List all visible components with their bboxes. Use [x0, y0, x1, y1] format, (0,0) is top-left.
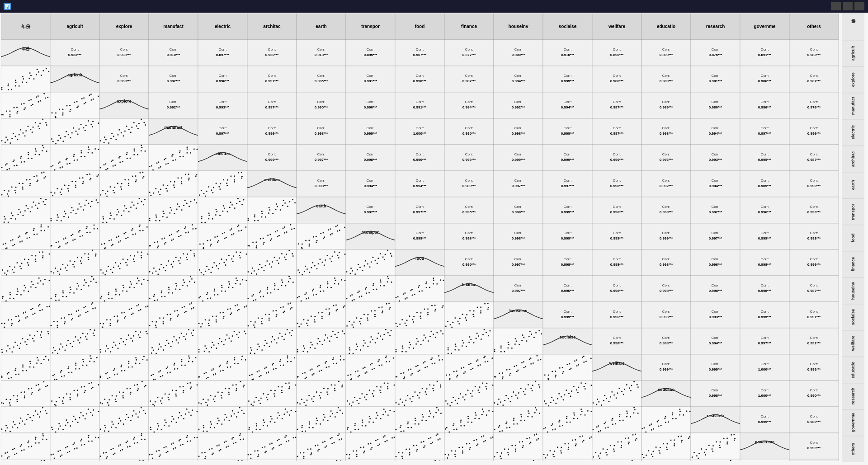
maximize-button[interactable] [843, 2, 853, 10]
app-icon: 📊 [4, 3, 11, 10]
right-label-wellfare: wellfare [842, 330, 864, 356]
right-label-electric: electric [842, 119, 864, 145]
window-controls[interactable] [831, 2, 864, 10]
close-button[interactable] [854, 2, 864, 10]
matrix-container[interactable]: 年份agricultexploremanufactelectricarchita… [0, 13, 868, 465]
right-label-manufact: manufact [842, 93, 864, 119]
right-label-governme: governme [842, 409, 864, 435]
right-label-architac: architac [842, 146, 864, 172]
matrix-main: 年份agricultexploremanufactelectricarchita… [1, 14, 867, 462]
main-content: 年份agricultexploremanufactelectricarchita… [0, 13, 868, 465]
right-label-transpor: transpor [842, 198, 864, 225]
matrix-area [1, 14, 842, 462]
right-label-food: food [842, 225, 864, 251]
right-label-houseinv: houseinv [842, 277, 864, 304]
right-label-finance: finance [842, 251, 864, 277]
right-labels: 年份agricultexploremanufactelectricarchita… [842, 14, 864, 462]
right-label-explore: explore [842, 66, 864, 93]
scatter-matrix-canvas [1, 14, 842, 461]
right-label-年份: 年份 [842, 14, 864, 40]
right-label-educatio: educatio [842, 357, 864, 383]
title-bar: 📊 [0, 0, 868, 13]
title-bar-left: 📊 [4, 3, 14, 10]
right-label-earth: earth [842, 172, 864, 198]
right-label-others: others [842, 436, 864, 462]
right-label-research: research [842, 383, 864, 409]
main-window: 📊 年份agricultexploremanufactelectricarchi… [0, 0, 868, 465]
right-label-socialse: socialse [842, 304, 864, 330]
right-label-agricult: agricult [842, 40, 864, 66]
minimize-button[interactable] [831, 2, 841, 10]
